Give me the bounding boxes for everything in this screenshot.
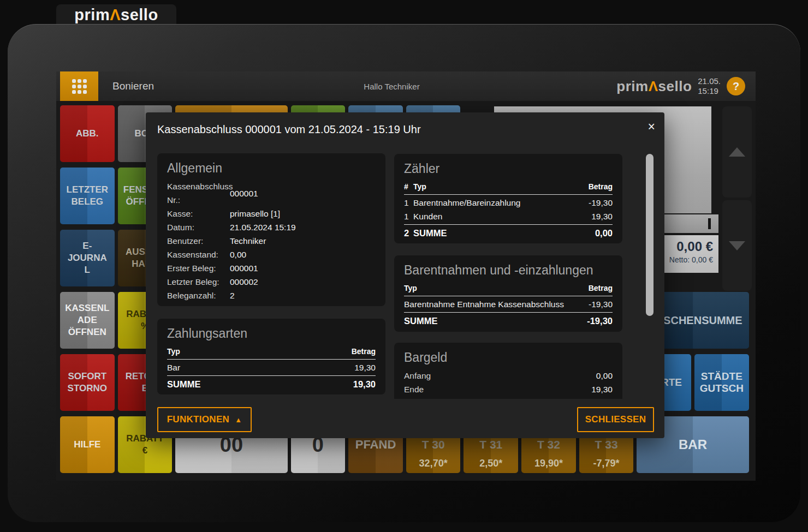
kassenabschluss-dialog: Kassenabschluss 000001 vom 21.05.2024 - … [146,112,664,438]
button-price: -7,79* [579,457,634,469]
button-label: SOFORT STORNO [68,370,107,394]
button-label: LETZTER BELEG [67,184,109,208]
kv-row: Kassenabschluss Nr.:000001 [167,180,376,207]
dialog-scrollbar[interactable] [646,154,653,316]
staedte-gutsch-button[interactable]: STÄDTE GUTSCH [694,354,749,411]
button-label: T 32 [537,439,560,451]
button-label: 0 [312,439,324,451]
table-row: 2SUMME0,00 [404,225,613,240]
scroll-down-button[interactable] [722,200,752,291]
abb-button[interactable]: ABB. [60,105,115,162]
table-cell: 19,30 [354,361,376,374]
dialog-body: AllgemeinKassenabschluss Nr.:000001Kasse… [157,142,646,399]
table-cell: 1 [404,210,413,223]
kv-value: 000002 [230,275,258,289]
table-cell: 1 [404,196,413,210]
panel-bargeld: BargeldAnfang0,00Ende19,30 [394,343,622,399]
button-label: STÄDTE GUTSCH [700,370,744,394]
dialog-column-left: AllgemeinKassenabschluss Nr.:000001Kasse… [157,142,385,394]
table-row: TypBetrag [167,347,376,360]
table-cell: Barentnahme/Bareinzahlung [413,196,589,210]
table-cell: SUMME [404,314,587,327]
table-row: Barentnahme Entnahme Kassenabschluss-19,… [404,297,613,311]
kv-row: Ende19,30 [404,382,613,396]
button-price: 19,90* [521,457,576,469]
kv-row: Beleganzahl:2 [167,289,376,302]
help-button[interactable]: ? [727,77,745,95]
table-cell: SUMME [413,226,595,240]
kv-value: primasello [1] [230,207,280,220]
button-label: T 33 [595,439,618,451]
menu-button[interactable] [60,71,98,101]
funktionen-button[interactable]: FUNKTIONEN▲ [157,407,252,432]
kv-label: Anfang [404,369,596,382]
arrow-up-icon [729,147,745,157]
kv-value: 000001 [230,187,258,200]
panel-allgemein: AllgemeinKassenabschluss Nr.:000001Kasse… [157,153,385,306]
panel-title: Bargeld [404,350,613,364]
header-right: primΛsello 21.05. 15:19 ? [616,76,756,96]
button-label: KASSENL ADE ÖFFNEN [65,302,109,338]
button-label: PFAND [355,439,396,451]
table-cell: Betrag [352,347,376,356]
arrow-down-icon [729,241,745,250]
primasello-logo: primΛsello [74,6,158,24]
table-cell: # [404,182,413,191]
app-header: Bonieren Hallo Techniker primΛsello 21.0… [56,71,756,101]
hilfe-button[interactable]: HILFE [60,416,115,473]
table-row: Bar19,30 [167,361,376,374]
letzter-beleg-button[interactable]: LETZTER BELEG [60,168,115,224]
kv-label: Erster Beleg: [167,261,230,275]
button-label: T 31 [479,439,502,451]
button-price: 2,50* [464,457,518,469]
text-caret [708,218,711,229]
brand-tab: primΛsello [56,4,176,25]
button-price: 32,70* [406,457,461,469]
scroll-up-button[interactable] [722,106,752,198]
kv-row: Datum:21.05.2024 15:19 [167,220,376,234]
kv-value: 0,00 [596,369,613,382]
primasello-logo-header: primΛsello [616,78,692,95]
table-cell: Bar [167,361,354,374]
grid-menu-icon [72,79,87,94]
table-cell: Kunden [413,210,591,223]
sofort-storno-button[interactable]: SOFORT STORNO [60,354,115,411]
table-cell: Betrag [589,284,613,292]
table-cell: 19,30 [591,210,613,223]
close-icon[interactable]: × [648,119,655,134]
table-cell: 2 [404,226,413,240]
table-cell: Typ [413,182,589,191]
panel-barentnahmen-und-einzahlungen: Barentnahmen und -einzahlungenTypBetragB… [394,255,622,332]
dialog-column-right: Zähler#TypBetrag1Barentnahme/Bareinzahlu… [394,142,622,399]
user-greeting: Hallo Techniker [364,82,419,91]
table-cell: Barentnahme Entnahme Kassenabschluss [404,297,589,311]
schliessen-button[interactable]: SCHLIESSEN [577,407,654,432]
button-label: 00 [220,439,243,451]
button-label: BAR [679,439,707,451]
kv-label: Beleganzahl: [167,289,230,302]
table-cell: 19,30 [353,378,376,391]
panel-z-hler: Zähler#TypBetrag1Barentnahme/Bareinzahlu… [394,154,622,243]
kv-row: Kassenstand:0,00 [167,248,376,261]
table-row: 1Barentnahme/Bareinzahlung-19,30 [404,196,613,210]
kv-label: Letzter Beleg: [167,275,230,289]
kassenlade-oeffnen-button[interactable]: KASSENL ADE ÖFFNEN [60,292,115,349]
table-cell: Typ [167,347,352,356]
table-row: SUMME19,30 [167,376,376,391]
kv-value: 0,00 [230,248,246,261]
kv-value: 19,30 [591,382,613,396]
button-label: ABB. [76,128,99,140]
kv-label: Kassenstand: [167,248,230,261]
kv-row: Benutzer:Techniker [167,234,376,248]
kv-value: 21.05.2024 15:19 [230,220,296,234]
panel-title: Zähler [404,162,613,176]
table-cell: 0,00 [595,226,613,240]
e-journal-button[interactable]: E- JOURNA L [60,230,115,286]
kv-row: Letzter Beleg:000002 [167,275,376,289]
panel-zahlungsarten: ZahlungsartenTypBetragBar19,30SUMME19,30 [157,319,385,394]
table-cell: -19,30 [589,297,613,311]
kv-value: 000001 [230,261,258,275]
dialog-title: Kassenabschluss 000001 vom 21.05.2024 - … [157,123,421,136]
kv-label: Kassenabschluss Nr.: [167,180,230,207]
datetime: 21.05. 15:19 [698,76,721,96]
